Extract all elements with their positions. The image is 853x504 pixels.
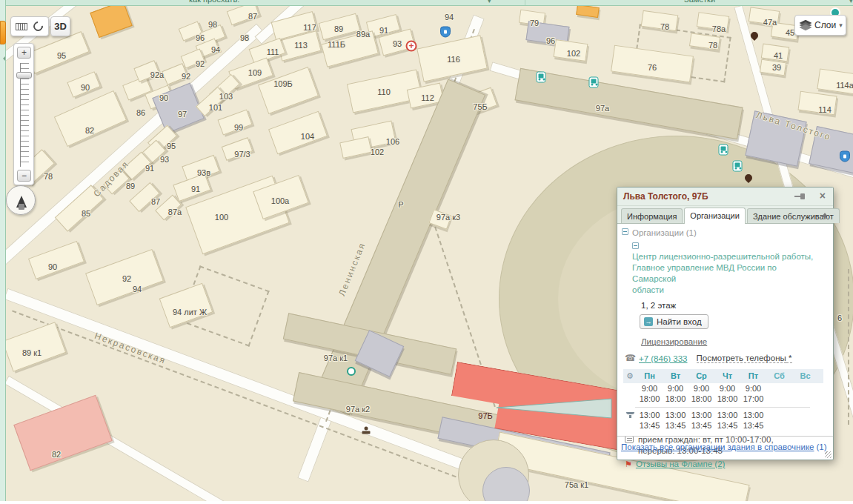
popup-header[interactable]: Льва Толстого, 97Б ×	[617, 188, 833, 206]
building-label[interactable]: 97Б	[478, 411, 492, 420]
time-traffic-icon[interactable]	[31, 19, 44, 33]
building-label[interactable]: 78a	[712, 24, 726, 33]
bus-icon[interactable]	[537, 72, 546, 83]
compass[interactable]	[6, 185, 36, 215]
building-label[interactable]: 85	[82, 209, 90, 218]
building-label[interactable]: 96	[546, 36, 555, 45]
building-shape[interactable]	[13, 395, 112, 471]
resize-grip[interactable]	[825, 451, 832, 458]
building-label[interactable]: 95	[167, 142, 176, 150]
building-label[interactable]: 95	[57, 51, 66, 60]
building-shape[interactable]	[576, 6, 600, 18]
phone-link[interactable]: +7 (846) 333	[639, 354, 688, 363]
ruler-icon[interactable]	[16, 23, 27, 30]
building-label[interactable]: 114a	[836, 81, 853, 90]
zoom-handle[interactable]	[16, 72, 32, 79]
building-label[interactable]: 91	[191, 185, 200, 193]
building-label[interactable]: 109	[248, 68, 262, 77]
show-phones-toggle[interactable]: Посмотреть телефоны *	[697, 354, 792, 362]
building-label[interactable]: 97a к1	[324, 354, 348, 362]
left-panel-edge[interactable]	[0, 0, 6, 504]
panel-handle-button[interactable]	[0, 21, 6, 44]
building-label[interactable]: 90	[48, 262, 57, 271]
building-label[interactable]: 111Б	[328, 40, 345, 49]
zoom-in-button[interactable]: +	[17, 47, 31, 59]
building-label[interactable]: 92	[196, 59, 205, 68]
collapse-minus-icon[interactable]	[632, 242, 639, 249]
building-label[interactable]: 78	[660, 22, 669, 31]
building-label[interactable]: 109Б	[273, 79, 293, 88]
building-label[interactable]: 39	[772, 63, 781, 72]
building-label[interactable]: 6	[837, 314, 842, 322]
building-label[interactable]: 97	[178, 110, 187, 119]
building-label[interactable]: 94	[211, 45, 220, 54]
organizations-group-row[interactable]: Организации (1)	[622, 228, 827, 237]
shield-icon[interactable]	[440, 27, 451, 38]
3d-mode-button[interactable]: 3D	[50, 16, 70, 36]
tab-information[interactable]: Информация	[621, 208, 683, 223]
all-organizations-link[interactable]: Показать все организации здания в справо…	[621, 442, 814, 451]
building-label[interactable]: 94	[133, 285, 142, 294]
building-label[interactable]: 104	[301, 132, 314, 141]
building-label[interactable]: 91	[379, 26, 388, 35]
zoom-out-button[interactable]: −	[17, 170, 31, 182]
building-label[interactable]: 78	[708, 41, 717, 50]
cross-icon[interactable]	[406, 41, 417, 52]
building-label[interactable]: 106	[386, 137, 399, 146]
building-label[interactable]: 79	[530, 19, 539, 27]
shield-icon[interactable]	[840, 151, 850, 162]
building-label[interactable]: 98	[240, 33, 249, 42]
building-label[interactable]: 86	[136, 108, 145, 117]
building-label[interactable]: 110	[377, 87, 391, 96]
bus-icon[interactable]	[589, 77, 599, 88]
building-label[interactable]: 93в	[197, 168, 210, 177]
building-shape[interactable]	[54, 90, 127, 147]
building-label[interactable]: 117	[303, 23, 316, 32]
building-label[interactable]: 100a	[271, 196, 289, 205]
building-label[interactable]: 89	[334, 24, 343, 33]
organization-name-link[interactable]: Центр лицензионно-разрешительной работы,…	[632, 251, 819, 296]
building-label[interactable]: 87	[151, 197, 160, 206]
building-label[interactable]: 97a	[596, 104, 609, 113]
building-label[interactable]: 103	[219, 92, 233, 101]
building-label[interactable]: 41	[774, 51, 783, 60]
building-shape[interactable]	[28, 241, 84, 279]
building-label[interactable]: 113	[294, 41, 308, 50]
find-entrance-button[interactable]: → Найти вход	[640, 314, 708, 329]
building-label[interactable]: 78	[44, 172, 53, 181]
building-label[interactable]: 75Б	[473, 102, 487, 111]
building-label[interactable]: 97/3	[234, 150, 250, 159]
building-label[interactable]: 101	[209, 103, 222, 112]
building-label[interactable]: 100	[215, 213, 228, 222]
building-label[interactable]: 87	[248, 12, 257, 21]
building-label[interactable]: 111	[267, 47, 279, 56]
close-icon[interactable]: ×	[820, 190, 826, 202]
building-label[interactable]: 91	[145, 164, 154, 173]
building-shape[interactable]	[268, 111, 328, 154]
building-label[interactable]: Р	[398, 200, 403, 209]
building-label[interactable]: 114	[818, 105, 832, 114]
building-label[interactable]: 99	[234, 123, 243, 132]
building-label[interactable]: 47a	[763, 18, 777, 27]
rubric-link[interactable]: Лицензирование	[641, 337, 707, 346]
building-label[interactable]: 82	[85, 126, 94, 135]
zoom-slider[interactable]: + −	[13, 43, 34, 185]
building-label[interactable]: 92	[122, 274, 131, 283]
building-label[interactable]: 76	[648, 63, 657, 72]
building-label[interactable]: 89 к1	[22, 348, 42, 357]
building-label[interactable]: 89	[126, 182, 135, 190]
building-label[interactable]: 116	[447, 55, 460, 64]
building-label[interactable]: 97a к2	[346, 405, 370, 414]
chevron-down-icon[interactable]: ▾	[849, 0, 853, 4]
building-shape[interactable]	[339, 136, 372, 159]
building-label[interactable]: 102	[567, 49, 580, 58]
collapse-minus-icon[interactable]	[622, 228, 628, 235]
bus-icon[interactable]	[719, 145, 728, 156]
nature-icon[interactable]	[347, 367, 356, 376]
building-label[interactable]: 94 лит Ж	[173, 308, 207, 316]
layers-button[interactable]: Слои ▾	[794, 15, 846, 36]
building-label[interactable]: 89a	[356, 30, 370, 39]
building-label[interactable]: 92a	[150, 70, 164, 79]
building-label[interactable]: 97a к3	[437, 213, 460, 222]
pin-icon[interactable]	[794, 193, 805, 200]
